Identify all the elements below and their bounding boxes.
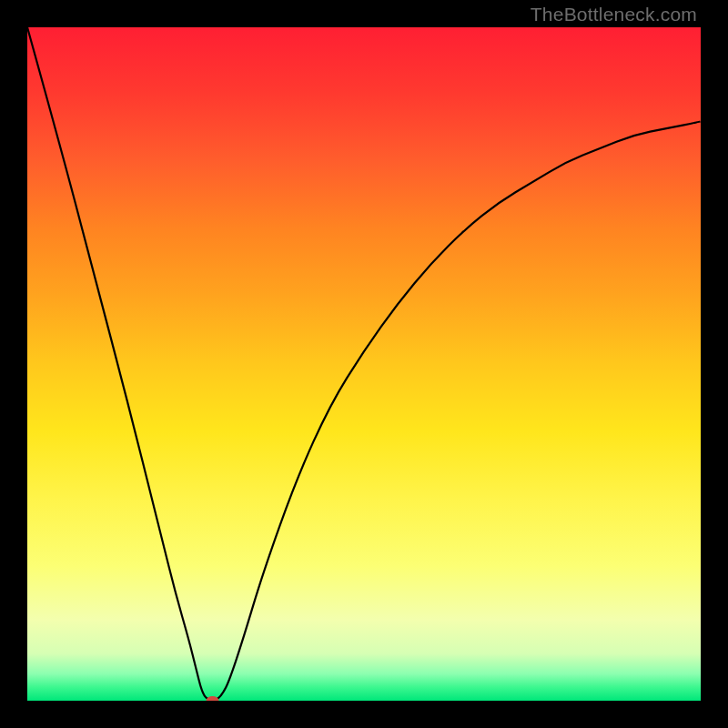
- chart-plot-area: [27, 27, 701, 701]
- minimum-marker: [207, 696, 219, 701]
- chart-frame: TheBottleneck.com: [0, 0, 728, 728]
- attribution-label: TheBottleneck.com: [531, 4, 697, 25]
- curve-path: [27, 27, 701, 701]
- bottleneck-curve: [27, 27, 701, 701]
